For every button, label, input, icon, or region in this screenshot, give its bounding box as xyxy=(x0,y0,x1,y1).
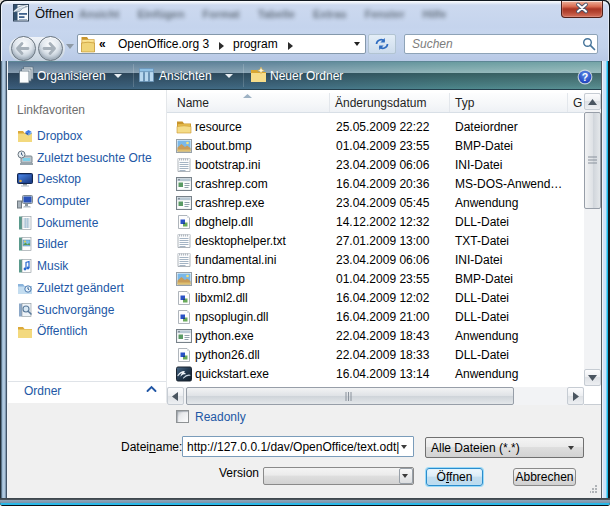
svg-text:?: ? xyxy=(582,71,588,83)
